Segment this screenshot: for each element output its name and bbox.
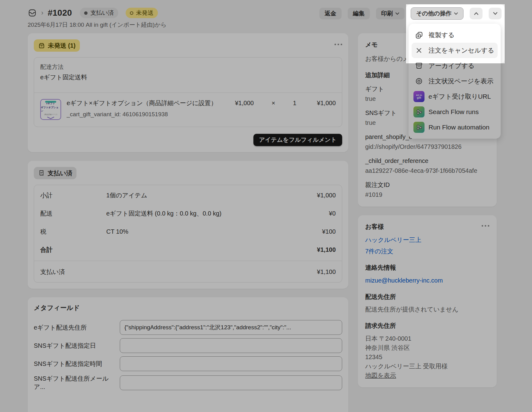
chevron-down-icon: [454, 12, 458, 15]
menu-item-duplicate[interactable]: 複製する: [409, 27, 501, 43]
chevron-down-icon: [493, 12, 498, 15]
x-icon: [413, 45, 424, 56]
dim-overlay-right: [505, 4, 532, 63]
previous-order-button[interactable]: [470, 8, 483, 19]
menu-item-cancel-order[interactable]: 注文をキャンセルする: [412, 43, 498, 58]
chevron-up-icon: [474, 12, 479, 15]
raised-action-group: その他の操作: [411, 7, 502, 20]
more-actions-button[interactable]: その他の操作: [411, 7, 464, 20]
duplicate-icon: [413, 30, 424, 41]
next-order-button[interactable]: [489, 8, 502, 19]
order-detail-page: › #1020 支払い済 未発送 2025年6月17日 18:00 All in…: [0, 0, 532, 412]
dim-overlay-top: [0, 0, 532, 4]
dim-overlay-bottom: [0, 63, 532, 412]
dim-overlay-left: [0, 4, 406, 63]
